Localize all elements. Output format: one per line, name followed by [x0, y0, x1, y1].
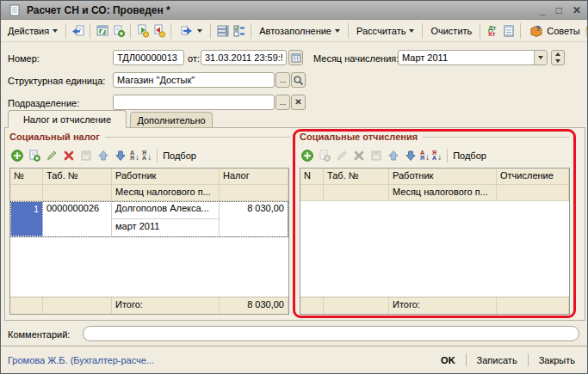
- sort-desc-icon[interactable]: ЯА ↓: [142, 150, 152, 162]
- calendar-button[interactable]: [288, 50, 303, 65]
- pick-button[interactable]: Подбор: [453, 150, 486, 161]
- table-header-row2: Месяц налогового п...: [10, 185, 288, 201]
- col-period: Месяц налогового п...: [389, 185, 497, 201]
- clear-button[interactable]: Очистить: [427, 24, 475, 38]
- tab-additional[interactable]: Дополнительно: [130, 112, 213, 128]
- subordination-structure-icon[interactable]: [215, 24, 230, 39]
- separator: [170, 23, 171, 39]
- copy-row-icon[interactable]: [27, 149, 41, 163]
- calculate-menu-button[interactable]: Рассчитать: [353, 24, 418, 38]
- add-row-icon[interactable]: [9, 149, 24, 163]
- dtkt-postings-icon[interactable]: ДтКт: [485, 24, 499, 39]
- minimize-button[interactable]: _: [540, 5, 546, 15]
- spinner-up-icon[interactable]: [552, 51, 564, 58]
- close-form-button[interactable]: Закрыть: [534, 353, 580, 368]
- comment-input[interactable]: [83, 326, 579, 341]
- month-spinner[interactable]: [551, 50, 565, 65]
- table-footer-row: Итого:: [300, 297, 569, 314]
- table-row[interactable]: 1 0000000026 Долгополов Алекса... март 2…: [10, 201, 288, 237]
- row-number-cell[interactable]: 1: [10, 201, 43, 236]
- total-value: [497, 297, 569, 314]
- document-window: Расчет СН и СО: Проведен * _ □ ✕ Действи…: [0, 0, 588, 374]
- month-label: Месяц начисления:: [313, 53, 399, 64]
- col-period: Месяц налогового п...: [112, 185, 220, 201]
- unpost-document-icon[interactable]: [152, 24, 166, 39]
- autofill-menu-button[interactable]: Автозаполнение: [256, 24, 344, 38]
- settings-checklist-icon[interactable]: [232, 24, 246, 39]
- move-down-icon[interactable]: [113, 149, 127, 163]
- sort-desc-icon[interactable]: ЯА ↓: [432, 150, 442, 162]
- post-document-icon[interactable]: [135, 24, 150, 39]
- separator: [210, 23, 211, 39]
- table-header-row: N Таб. № Работник Отчисление: [300, 169, 569, 185]
- move-up-icon[interactable]: [96, 149, 110, 163]
- move-down-icon[interactable]: [403, 149, 418, 163]
- col-tabnum: Таб. №: [43, 169, 112, 185]
- department-picker-button[interactable]: ...: [275, 95, 290, 110]
- separator: [466, 353, 467, 366]
- date-input[interactable]: [201, 50, 287, 65]
- report-icon[interactable]: [501, 24, 516, 39]
- social-tax-caption: Социальный налог: [9, 132, 290, 142]
- sort-asc-icon[interactable]: АЯ ↓: [130, 150, 139, 162]
- save-button[interactable]: Записать: [472, 353, 523, 368]
- separator: [90, 23, 90, 39]
- delete-row-icon[interactable]: [351, 149, 366, 163]
- table-header-row: № Таб. № Работник Налог: [10, 169, 288, 185]
- worker-cell[interactable]: Долгополов Алекса... март 2011: [112, 201, 220, 236]
- actions-menu-button[interactable]: Действия: [4, 24, 61, 38]
- close-button[interactable]: ✕: [573, 5, 581, 15]
- chevron-down-icon: [53, 29, 58, 33]
- tips-label: Советы: [547, 26, 579, 36]
- go-to-menu-button[interactable]: [176, 22, 206, 40]
- spinner-down-icon[interactable]: [552, 58, 564, 64]
- chevron-down-icon: [197, 29, 202, 33]
- col-tabnum: Таб. №: [324, 169, 389, 185]
- separator: [480, 23, 480, 39]
- end-edit-icon[interactable]: [368, 149, 383, 163]
- tips-button[interactable]: ? Советы: [525, 22, 583, 40]
- edit-row-icon[interactable]: [334, 149, 349, 163]
- separator: [65, 23, 66, 39]
- social-tax-table: № Таб. № Работник Налог Месяц налогового…: [9, 168, 289, 315]
- copy-row-icon[interactable]: [317, 149, 331, 163]
- add-row-icon[interactable]: [300, 149, 314, 163]
- move-up-icon[interactable]: [386, 149, 400, 163]
- separator: [157, 149, 158, 162]
- unit-input[interactable]: [113, 72, 275, 88]
- department-input[interactable]: [113, 95, 275, 110]
- department-clear-button[interactable]: ✕: [291, 95, 306, 110]
- refresh-icon[interactable]: [95, 24, 109, 39]
- unit-search-button[interactable]: [291, 72, 306, 88]
- col-worker: Работник: [389, 169, 497, 185]
- statusbar: Громова Ж.Б. (Бухгалтер-расче... OK Запи…: [1, 346, 587, 373]
- unit-picker-button[interactable]: ...: [275, 72, 290, 88]
- month-dropdown-button[interactable]: [534, 51, 547, 64]
- col-num: №: [10, 169, 43, 185]
- copy-document-icon[interactable]: [111, 24, 126, 39]
- edit-row-icon[interactable]: [44, 149, 59, 163]
- tax-cell[interactable]: 8 030,00: [220, 201, 288, 236]
- tab-tax-and-deduction[interactable]: Налог и отчисление: [8, 110, 127, 128]
- maximize-button[interactable]: □: [556, 5, 562, 15]
- chevron-down-icon: [409, 29, 414, 33]
- accrual-month-input[interactable]: [398, 50, 548, 65]
- separator: [251, 23, 251, 39]
- window-title: Расчет СН и СО: Проведен *: [27, 4, 170, 16]
- reread-document-icon[interactable]: [71, 24, 85, 39]
- delete-row-icon[interactable]: [61, 149, 76, 163]
- social-deductions-caption: Социальные отчисления: [300, 132, 569, 142]
- number-input[interactable]: [113, 50, 184, 65]
- table-body: 1 0000000026 Долгополов Алекса... март 2…: [10, 201, 288, 297]
- social-deductions-toolbar: АЯ ↓ ЯА ↓ Подбор: [300, 147, 486, 164]
- pick-button[interactable]: Подбор: [163, 150, 196, 161]
- sort-asc-icon[interactable]: АЯ ↓: [420, 150, 430, 162]
- table-body[interactable]: [300, 201, 569, 297]
- magnifier-icon: [293, 75, 304, 86]
- end-edit-icon[interactable]: [78, 149, 93, 163]
- col-num: N: [300, 169, 324, 185]
- tips-book-icon: ?: [529, 24, 543, 39]
- ok-button[interactable]: OK: [436, 353, 461, 368]
- tabnum-cell[interactable]: 0000000026: [43, 201, 112, 236]
- actions-label: Действия: [8, 26, 49, 36]
